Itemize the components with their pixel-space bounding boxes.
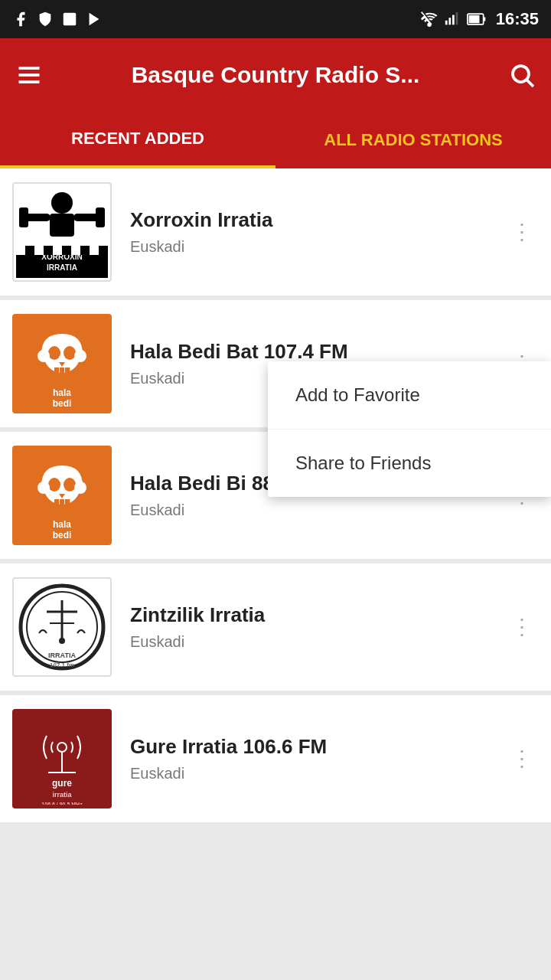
svg-rect-5 — [452, 15, 455, 25]
svg-rect-17 — [50, 214, 74, 237]
tab-recent-added[interactable]: RECENT ADDED — [0, 112, 276, 168]
time-display: 16:35 — [496, 9, 539, 29]
station-info: Xorroxin Irratia Euskadi — [112, 208, 539, 256]
svg-rect-3 — [445, 21, 448, 25]
list-item[interactable]: IRRATIA 107.1 fm Zintzilik Irratia Euska… — [0, 564, 551, 691]
image-icon — [61, 11, 78, 28]
list-item[interactable]: gure irratia 106.6 / 90.5 MHz Gure Irrat… — [0, 695, 551, 822]
svg-rect-34 — [99, 246, 108, 255]
svg-text:106.6 / 90.5 MHz: 106.6 / 90.5 MHz — [41, 802, 83, 805]
svg-rect-21 — [96, 207, 105, 227]
svg-point-42 — [37, 350, 50, 362]
station-info: Gure Irratia 106.6 FM Euskadi — [112, 735, 539, 782]
more-options-button[interactable]: ⋮ — [505, 610, 539, 644]
svg-rect-25 — [16, 246, 25, 255]
battery-icon — [467, 11, 487, 28]
svg-rect-4 — [448, 18, 451, 24]
svg-point-63 — [59, 638, 65, 644]
station-logo: hala bedi — [12, 446, 112, 545]
svg-text:irratia: irratia — [52, 791, 72, 799]
more-options-button[interactable]: ⋮ — [505, 215, 539, 249]
svg-point-54 — [74, 482, 86, 494]
list-item[interactable]: hala bedi Hala Bedi Bat 107.4 FM Euskadi… — [0, 300, 551, 427]
station-name: Gure Irratia 106.6 FM — [130, 735, 539, 759]
svg-text:107.1 fm: 107.1 fm — [50, 662, 74, 668]
svg-point-53 — [37, 482, 50, 494]
tabs-bar: RECENT ADDED ALL RADIO STATIONS — [0, 112, 551, 168]
wifi-icon — [421, 11, 438, 28]
play-icon — [86, 11, 103, 28]
list-item[interactable]: XORROXIN IRRATIA Xorroxin Irratia Euskad… — [0, 168, 551, 296]
svg-point-37 — [48, 346, 60, 360]
station-info: Zintzilik Irratia Euskadi — [112, 603, 539, 651]
search-button[interactable] — [508, 61, 536, 89]
station-name: Hala Bedi Bat 107.4 FM — [130, 340, 539, 364]
station-logo: gure irratia 106.6 / 90.5 MHz — [12, 709, 112, 808]
svg-text:gure: gure — [52, 778, 72, 789]
facebook-icon — [12, 11, 29, 28]
status-bar: 16:35 — [0, 0, 551, 38]
station-region: Euskadi — [130, 238, 539, 256]
svg-rect-9 — [483, 17, 485, 21]
svg-rect-8 — [468, 15, 479, 23]
signal-icon — [444, 11, 461, 28]
svg-text:hala: hala — [53, 519, 71, 530]
svg-rect-28 — [44, 246, 53, 255]
svg-rect-6 — [455, 12, 458, 25]
add-to-favorite-button[interactable]: Add to Favorite — [268, 361, 551, 430]
station-logo: XORROXIN IRRATIA — [12, 182, 112, 282]
svg-rect-32 — [80, 246, 90, 255]
svg-line-14 — [527, 80, 533, 87]
share-to-friends-button[interactable]: Share to Friends — [268, 430, 551, 497]
station-name: Zintzilik Irratia — [130, 603, 539, 627]
svg-text:IRRATIA: IRRATIA — [48, 652, 76, 659]
svg-point-13 — [513, 66, 529, 82]
svg-rect-26 — [25, 246, 34, 255]
svg-rect-27 — [34, 246, 44, 255]
svg-text:IRRATIA: IRRATIA — [47, 263, 77, 272]
svg-rect-31 — [71, 246, 80, 255]
top-bar: Basque Country Radio S... — [0, 38, 551, 112]
svg-rect-20 — [19, 207, 28, 227]
svg-point-1 — [66, 15, 68, 18]
svg-text:bedi: bedi — [53, 530, 72, 541]
context-menu: Add to Favorite Share to Friends — [268, 361, 551, 497]
svg-rect-40 — [60, 368, 64, 373]
station-region: Euskadi — [130, 633, 539, 651]
svg-marker-2 — [90, 13, 99, 26]
station-list: XORROXIN IRRATIA Xorroxin Irratia Euskad… — [0, 168, 551, 980]
svg-point-48 — [48, 478, 60, 492]
svg-rect-41 — [65, 368, 70, 373]
station-name: Xorroxin Irratia — [130, 208, 539, 232]
svg-rect-50 — [54, 499, 59, 505]
shield-icon — [37, 11, 54, 28]
station-logo: IRRATIA 107.1 fm — [12, 577, 112, 677]
svg-point-43 — [74, 350, 86, 362]
svg-point-16 — [51, 192, 73, 214]
svg-rect-39 — [54, 368, 59, 373]
svg-rect-30 — [62, 246, 71, 255]
station-logo: hala bedi — [12, 314, 112, 413]
more-options-button[interactable]: ⋮ — [505, 742, 539, 776]
tab-all-radio-stations[interactable]: ALL RADIO STATIONS — [276, 112, 551, 168]
app-title: Basque Country Radio S... — [58, 62, 493, 88]
svg-rect-51 — [60, 499, 64, 505]
svg-point-49 — [64, 478, 76, 492]
hamburger-menu-button[interactable] — [15, 61, 43, 89]
svg-rect-52 — [65, 499, 70, 505]
station-region: Euskadi — [130, 765, 539, 782]
svg-text:bedi: bedi — [53, 398, 72, 409]
svg-rect-29 — [53, 246, 62, 255]
svg-rect-33 — [90, 246, 99, 255]
svg-text:hala: hala — [53, 387, 71, 398]
status-right: 16:35 — [421, 9, 539, 29]
svg-point-38 — [64, 346, 76, 360]
station-region: Euskadi — [130, 501, 539, 519]
status-icons — [12, 11, 103, 28]
